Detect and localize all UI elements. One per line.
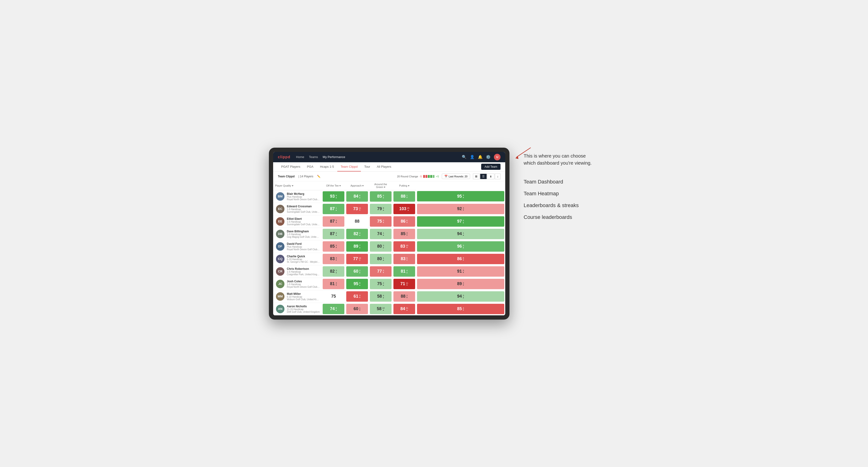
search-icon[interactable]: 🔍 [462,155,467,159]
metric-change: 4▲ [406,270,408,273]
edit-icon[interactable]: ✏️ [317,175,320,178]
round-bar [423,175,434,178]
change-number: 3 [463,270,464,272]
col-player: Player Quality ▾ [273,181,322,190]
change-number: 2 [383,282,384,284]
col-putting: Putting ▾ [393,181,416,190]
bar-green-2 [430,175,432,178]
metric-change: 3▼ [335,220,337,223]
settings-icon[interactable]: ⚙️ [486,155,491,159]
nav-link-teams[interactable]: Teams [309,154,318,160]
arrow-up-icon: ▲ [382,309,384,311]
player-cell[interactable]: DFDavid FordPlus HandicapRoyal North Dev… [273,240,322,253]
player-cell[interactable]: ANAaron Nicholls11-15 HandicapDrift Golf… [273,303,322,315]
nav-link-my-performance[interactable]: My Performance [323,154,345,160]
metric-change: 3▼ [335,257,337,261]
metric-value: 82 [353,231,358,236]
table-row: JCJosh Coles1-5 HandicapRoyal North Devo… [273,278,505,290]
view-list-button[interactable]: ☰ [480,174,487,179]
sub-nav-hcaps[interactable]: Hcaps 1-5 [317,162,337,172]
change-number: 8 [359,282,361,284]
metric-value: 86 [401,219,405,224]
player-cell[interactable]: CQCharlie Quick6-10 HandicapSt. George's… [273,253,322,265]
metric-change: 3▲ [382,245,384,248]
metric-value: 81 [401,269,405,274]
metric-cell: 913▼ [416,265,505,278]
sub-nav-pga[interactable]: PGA [304,162,316,172]
metric-change: 3▼ [382,270,384,273]
view-heatmap-button[interactable]: 🌡 [487,174,494,179]
metric-value: 93 [330,194,335,199]
metric-change: 3▲ [335,270,337,273]
change-number: 11 [359,207,361,209]
metric-change: 3▼ [335,245,337,248]
annotation-intro: This is where you can choose which dashb… [524,152,599,166]
metric-cell: 868▼ [416,253,505,265]
nav-link-home[interactable]: Home [296,154,304,160]
bell-icon[interactable]: 🔔 [478,155,483,159]
metric-change: 14▼ [359,257,361,261]
change-number: 4 [383,294,384,297]
change-number: 3 [359,294,361,297]
metric-cell: 7714▼ [345,253,369,265]
minus-value: -5 [420,175,422,178]
player-handicap: 1-5 Handicap [287,271,320,273]
metric-value: 77 [377,269,382,274]
player-cell[interactable]: CRChris Robertson1-5 HandicapCraigmillar… [273,265,322,278]
change-number: 8 [336,307,337,309]
table-row: MMMatt Miller6-10 HandicapWoburn Golf Cl… [273,290,505,303]
sub-nav-all-players[interactable]: All Players [373,162,394,172]
change-number: 1 [383,257,384,259]
metric-change: 3▲ [463,294,464,299]
metric-value: 75 [377,219,382,224]
metric-change: 9▲ [335,195,337,198]
arrow-up-icon: ▲ [382,247,384,248]
profile-icon[interactable]: 👤 [470,155,474,159]
avatar: CR [276,267,284,276]
player-cell[interactable]: EEElliot Ebert1-5 HandicapSunningdale Go… [273,215,322,228]
player-cell[interactable]: DBDave Billingham1-5 HandicapGog Magog G… [273,228,322,240]
add-team-button[interactable]: Add Team [481,164,500,170]
sub-nav-team-clippd[interactable]: Team Clippd [337,162,361,172]
tablet-screen: clippd Home Teams My Performance 🔍 👤 🔔 ⚙… [273,152,505,315]
metric-change: 3▼ [463,207,464,211]
metric-cell: 613▼ [345,290,369,303]
menu-item-team-dashboard[interactable]: Team Dashboard [524,176,599,188]
change-number: 1 [463,232,464,234]
last-rounds-label: Last Rounds: 20 [448,175,467,178]
arrow-down-icon: ▼ [359,309,361,311]
metric-value: 86 [457,256,462,261]
metric-cell: 799▲ [369,203,393,215]
metric-change: 9▲ [463,194,464,198]
arrow-up-icon: ▲ [382,259,384,261]
arrow-down-icon: ▼ [463,309,464,311]
player-cell[interactable]: ECEdward Crossman1-5 HandicapSunningdale… [273,203,322,215]
player-cell[interactable]: JCJosh Coles1-5 HandicapRoyal North Devo… [273,278,322,290]
arrow-down-icon: ▼ [335,259,337,261]
last-rounds-button[interactable]: 📅 Last Rounds: 20 [442,174,470,179]
change-number: 3 [406,232,408,234]
arrow-down-icon: ▼ [335,284,337,286]
nav-links: Home Teams My Performance [296,154,456,160]
user-avatar[interactable]: U [494,154,500,160]
metric-change: 2▲ [359,270,361,273]
player-cell[interactable]: BMBlair McHargPlus HandicapRoyal North D… [273,190,322,203]
view-download-button[interactable]: ↓ [495,174,500,179]
metric-value: 84 [400,306,405,311]
view-grid-button[interactable]: ⊞ [473,174,479,179]
metric-change: 6▲ [359,195,361,198]
sub-nav-tour[interactable]: Tour [361,162,373,172]
metric-cell: 897▲ [345,240,369,253]
menu-item-course-leaderboards[interactable]: Course leaderboards [524,211,599,223]
arrow-up-icon: ▲ [359,234,361,236]
menu-item-team-heatmap[interactable]: Team Heatmap [524,188,599,199]
sub-nav-pgat-players[interactable]: PGAT Players [278,162,304,172]
metric-value: 85 [457,306,462,311]
table-row: DBDave Billingham1-5 HandicapGog Magog G… [273,228,505,240]
change-number: 3 [463,245,464,247]
player-cell[interactable]: MMMatt Miller6-10 HandicapWoburn Golf Cl… [273,290,322,303]
menu-item-leaderboards[interactable]: Leaderboards & streaks [524,199,599,211]
change-number: 3 [336,220,337,222]
metric-value: 88 [401,194,405,199]
change-number: 2 [359,270,361,272]
